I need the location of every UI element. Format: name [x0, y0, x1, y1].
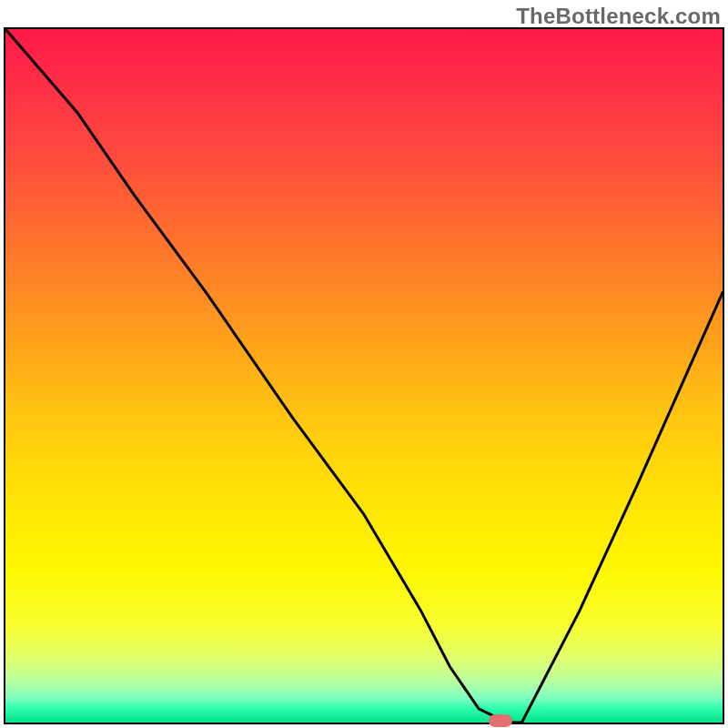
attribution-text: TheBottleneck.com [516, 4, 721, 29]
bottleneck-curve [5, 29, 723, 723]
curve-path [5, 29, 723, 723]
optimal-point-marker [489, 714, 512, 727]
chart-frame [4, 27, 724, 724]
